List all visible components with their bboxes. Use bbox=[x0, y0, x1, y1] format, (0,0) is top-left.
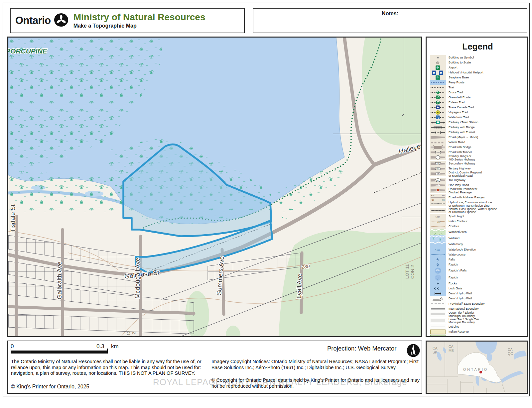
con2b-label: CON 2 bbox=[131, 332, 136, 336]
legend-item-label: Rapids \ Falls bbox=[446, 269, 467, 272]
railway-train-station-icon bbox=[430, 120, 446, 125]
legend-item: 7Primary, Kings or 400 Series Highway bbox=[430, 155, 525, 161]
legend-item: 184Waterbody Elevation bbox=[430, 247, 525, 252]
legend-item-label: Trans Canada Trail bbox=[446, 106, 474, 109]
legend-item: Railway with Bridge bbox=[430, 125, 525, 130]
svg-text:✈: ✈ bbox=[437, 76, 439, 79]
legend-item-label: Building as Symbol bbox=[446, 56, 474, 59]
legend-item: Voyageur Trail bbox=[430, 110, 525, 115]
legend-item-label: Wetland bbox=[446, 237, 460, 240]
legend-item: Waterbody bbox=[430, 242, 525, 247]
legend-item-label: Waterbody Elevation bbox=[446, 248, 476, 252]
airport-icon: ✈ bbox=[430, 65, 446, 70]
contour-label-280: 280 bbox=[301, 263, 310, 270]
legend-item: Winter Road bbox=[430, 140, 525, 145]
road-tunnel-icon bbox=[430, 150, 446, 155]
tertiary-highway-icon: 801 bbox=[430, 166, 446, 171]
svg-text:23: 23 bbox=[437, 173, 439, 175]
legend-item-label: Trail bbox=[446, 86, 454, 89]
legend-item: Road (Major → Minor) bbox=[430, 135, 525, 140]
kings-printer-copyright: © King's Printer for Ontario, 2025 bbox=[11, 384, 89, 390]
legend-item-label: Spot Height bbox=[446, 215, 464, 218]
legend-item: Rapids bbox=[430, 262, 525, 267]
svg-text:421: 421 bbox=[431, 199, 434, 201]
legend-item: HHHeliport \ Hospital Heliport bbox=[430, 70, 525, 75]
legend-item-label: Waterfront Trail bbox=[446, 116, 469, 119]
legend-item: Wooded Area bbox=[430, 229, 525, 235]
contour-icon bbox=[430, 224, 446, 229]
legend-item-label: Indian Reserve bbox=[446, 330, 469, 334]
svg-text:407: 407 bbox=[437, 179, 440, 181]
svg-text:208: 208 bbox=[436, 216, 440, 218]
provincial-state-boundary-icon bbox=[430, 301, 446, 306]
legend-item: Rapids \ Falls bbox=[430, 267, 525, 274]
voyageur-trail-icon bbox=[430, 110, 446, 115]
legend-item-label: Rapids bbox=[446, 263, 458, 266]
inset-overview-map: CASK CAMB CAQC ONTARIO bbox=[426, 341, 528, 394]
railway-tunnel-icon bbox=[430, 130, 446, 135]
place-label-porcupine: PORCUPINE bbox=[8, 47, 48, 55]
scale-bar bbox=[11, 351, 108, 354]
svg-text:CA: CA bbox=[433, 346, 438, 350]
lot12-label: LOT 12 bbox=[126, 331, 131, 336]
legend-item: Watercourse bbox=[430, 252, 525, 257]
lock-gate-icon bbox=[430, 286, 446, 291]
heliport-icon: HH bbox=[430, 70, 446, 75]
municipal-road-icon: 23 bbox=[430, 171, 446, 176]
legend-item: Railway with Tunnel bbox=[430, 130, 525, 135]
north-arrow-icon bbox=[406, 344, 420, 359]
toll-highway-icon: 407 bbox=[430, 178, 446, 183]
legend-items: Building as SymbolBuilding to Scale✈Airp… bbox=[430, 55, 525, 337]
primary-highway-icon: 7 bbox=[430, 155, 446, 160]
legend-item-label: Dam \ Hydro Wall bbox=[446, 292, 472, 295]
legend-item: 801Tertiary Highway bbox=[430, 166, 525, 171]
road-major-minor-icon bbox=[430, 135, 446, 140]
upper-tier-boundary-icon bbox=[430, 311, 446, 317]
legend-item: 23District, County, Regional or Municipa… bbox=[430, 171, 525, 177]
legend-item-label: Natural Gas Pipeline, Water Pipeline or … bbox=[446, 208, 497, 214]
international-boundary-icon bbox=[430, 306, 446, 311]
svg-text:CA: CA bbox=[449, 345, 454, 349]
legend-item: Provincial \ State Boundary bbox=[430, 301, 525, 306]
railway-bridge-icon bbox=[430, 125, 446, 130]
legend-item: 324Secondary Highway bbox=[430, 161, 525, 166]
legend-item: Natural Gas Pipeline, Water Pipeline or … bbox=[430, 208, 525, 214]
legend-item-label: Lock Gate bbox=[446, 287, 462, 290]
legend-item: Road with Tunnel bbox=[430, 150, 525, 155]
inset-location-marker bbox=[479, 371, 482, 373]
notes-label: Notes: bbox=[253, 11, 527, 17]
legend-item: One Way Road bbox=[430, 183, 525, 188]
legend-title: Legend bbox=[430, 42, 525, 52]
road-bridge-icon bbox=[430, 145, 446, 150]
legend-item-label: Road with Permanent Blocked Passage bbox=[446, 188, 477, 194]
legend-item-label: Watercourse bbox=[446, 253, 466, 256]
rapids-area-icon bbox=[430, 274, 446, 281]
scale-unit-label: km bbox=[111, 343, 119, 350]
svg-text:7: 7 bbox=[437, 156, 438, 158]
legend-item: ✈Seaplane Base bbox=[430, 75, 525, 80]
legend-item-label: Provincial Park bbox=[446, 336, 468, 337]
legend-item: Rideau Trail bbox=[430, 100, 525, 105]
rapids-icon bbox=[430, 262, 446, 267]
legend-item-label: Road (Major → Minor) bbox=[446, 136, 478, 139]
legend-item-label: Toll Highway bbox=[446, 179, 466, 182]
trans-canada-trail-icon bbox=[430, 105, 446, 110]
svg-text:184: 184 bbox=[437, 249, 440, 251]
legend-item: Rapids bbox=[430, 274, 525, 281]
legend-item: Provincial Park bbox=[430, 335, 525, 337]
legend-item-label: Voyageur Trail bbox=[446, 111, 468, 114]
legend-item-label: Railway \ Train Station bbox=[446, 121, 478, 124]
legend-item: Lower Tier \ Single Tier Municipal Bound… bbox=[430, 318, 525, 324]
lower-tier-boundary-icon bbox=[430, 318, 446, 323]
notes-box: Notes: bbox=[253, 8, 527, 33]
lot11-label: LOT 11 bbox=[405, 264, 410, 279]
legend-item-label: Heliport \ Hospital Heliport bbox=[446, 71, 483, 74]
waterbody-icon bbox=[430, 242, 446, 247]
legend-item: Waterfront Trail bbox=[430, 115, 525, 120]
legend-item-label: Railway with Tunnel bbox=[446, 131, 475, 134]
legend-item-label: Provincial \ State Boundary bbox=[446, 302, 485, 306]
svg-text:499: 499 bbox=[442, 199, 445, 201]
one-way-road-icon bbox=[430, 183, 446, 188]
inset-ontario-label: ONTARIO bbox=[463, 367, 488, 371]
svg-text:CA: CA bbox=[508, 348, 513, 352]
